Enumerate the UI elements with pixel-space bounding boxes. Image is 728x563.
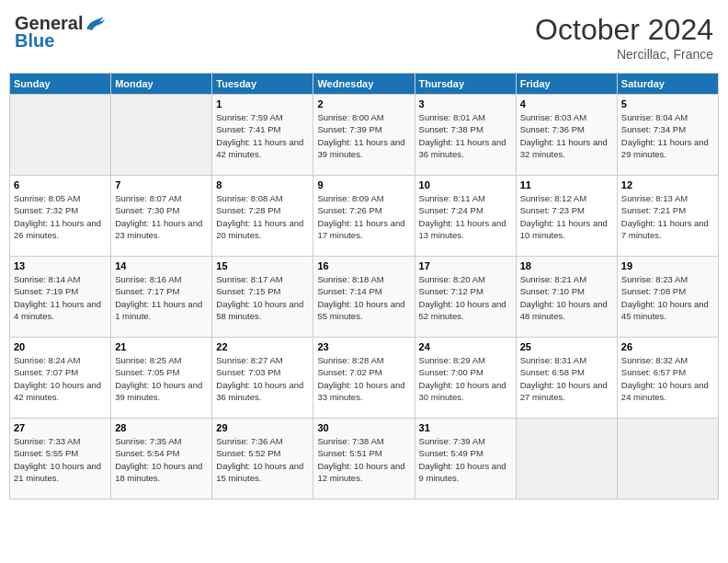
logo: General Blue <box>15 13 107 52</box>
calendar-cell: 10Sunrise: 8:11 AM Sunset: 7:24 PM Dayli… <box>415 176 516 257</box>
day-info: Sunrise: 8:11 AM Sunset: 7:24 PM Dayligh… <box>419 192 512 241</box>
location-subtitle: Nercillac, France <box>535 47 713 62</box>
day-number: 2 <box>317 98 410 109</box>
calendar-cell: 16Sunrise: 8:18 AM Sunset: 7:14 PM Dayli… <box>313 257 415 338</box>
day-number: 15 <box>216 260 309 271</box>
day-number: 31 <box>419 422 512 433</box>
day-number: 16 <box>317 260 410 271</box>
calendar-cell: 8Sunrise: 8:08 AM Sunset: 7:28 PM Daylig… <box>212 176 313 257</box>
weekday-header-row: SundayMondayTuesdayWednesdayThursdayFrid… <box>10 74 719 95</box>
weekday-header-wednesday: Wednesday <box>313 74 415 95</box>
day-number: 13 <box>14 260 107 271</box>
day-number: 20 <box>14 341 107 352</box>
day-number: 17 <box>419 260 512 271</box>
day-info: Sunrise: 8:12 AM Sunset: 7:23 PM Dayligh… <box>520 192 613 241</box>
page-header: General Blue October 2024 Nercillac, Fra… <box>9 9 719 65</box>
calendar-week-3: 13Sunrise: 8:14 AM Sunset: 7:19 PM Dayli… <box>10 257 719 338</box>
day-number: 23 <box>317 341 410 352</box>
calendar-cell: 19Sunrise: 8:23 AM Sunset: 7:08 PM Dayli… <box>617 257 718 338</box>
calendar-cell: 12Sunrise: 8:13 AM Sunset: 7:21 PM Dayli… <box>617 176 718 257</box>
day-number: 4 <box>520 98 613 109</box>
weekday-header-thursday: Thursday <box>415 74 516 95</box>
day-info: Sunrise: 8:16 AM Sunset: 7:17 PM Dayligh… <box>115 273 208 322</box>
day-info: Sunrise: 8:28 AM Sunset: 7:02 PM Dayligh… <box>317 354 410 403</box>
day-number: 1 <box>216 98 309 109</box>
calendar-week-5: 27Sunrise: 7:33 AM Sunset: 5:55 PM Dayli… <box>10 419 719 500</box>
calendar-cell: 26Sunrise: 8:32 AM Sunset: 6:57 PM Dayli… <box>617 338 718 419</box>
calendar-cell: 9Sunrise: 8:09 AM Sunset: 7:26 PM Daylig… <box>313 176 415 257</box>
day-info: Sunrise: 8:08 AM Sunset: 7:28 PM Dayligh… <box>216 192 309 241</box>
calendar-cell: 21Sunrise: 8:25 AM Sunset: 7:05 PM Dayli… <box>111 338 212 419</box>
calendar-cell: 23Sunrise: 8:28 AM Sunset: 7:02 PM Dayli… <box>313 338 415 419</box>
calendar-cell: 14Sunrise: 8:16 AM Sunset: 7:17 PM Dayli… <box>111 257 212 338</box>
calendar-cell: 20Sunrise: 8:24 AM Sunset: 7:07 PM Dayli… <box>10 338 111 419</box>
day-number: 5 <box>621 98 714 109</box>
day-info: Sunrise: 8:07 AM Sunset: 7:30 PM Dayligh… <box>115 192 208 241</box>
day-number: 22 <box>216 341 309 352</box>
calendar-cell: 28Sunrise: 7:35 AM Sunset: 5:54 PM Dayli… <box>111 419 212 500</box>
day-number: 11 <box>520 179 613 190</box>
calendar-cell: 13Sunrise: 8:14 AM Sunset: 7:19 PM Dayli… <box>10 257 111 338</box>
day-info: Sunrise: 8:00 AM Sunset: 7:39 PM Dayligh… <box>317 111 410 160</box>
day-info: Sunrise: 8:14 AM Sunset: 7:19 PM Dayligh… <box>14 273 107 322</box>
day-number: 18 <box>520 260 613 271</box>
day-number: 6 <box>14 179 107 190</box>
calendar-cell: 11Sunrise: 8:12 AM Sunset: 7:23 PM Dayli… <box>516 176 617 257</box>
calendar-cell: 5Sunrise: 8:04 AM Sunset: 7:34 PM Daylig… <box>617 95 718 176</box>
day-info: Sunrise: 8:20 AM Sunset: 7:12 PM Dayligh… <box>419 273 512 322</box>
day-number: 24 <box>419 341 512 352</box>
day-info: Sunrise: 7:36 AM Sunset: 5:52 PM Dayligh… <box>216 435 309 484</box>
calendar-cell <box>111 95 212 176</box>
day-info: Sunrise: 8:01 AM Sunset: 7:38 PM Dayligh… <box>419 111 512 160</box>
day-number: 27 <box>14 422 107 433</box>
weekday-header-sunday: Sunday <box>10 74 111 95</box>
day-info: Sunrise: 8:29 AM Sunset: 7:00 PM Dayligh… <box>419 354 512 403</box>
day-info: Sunrise: 8:25 AM Sunset: 7:05 PM Dayligh… <box>115 354 208 403</box>
calendar-cell: 15Sunrise: 8:17 AM Sunset: 7:15 PM Dayli… <box>212 257 313 338</box>
weekday-header-monday: Monday <box>111 74 212 95</box>
day-number: 21 <box>115 341 208 352</box>
calendar-cell: 7Sunrise: 8:07 AM Sunset: 7:30 PM Daylig… <box>111 176 212 257</box>
calendar-cell: 25Sunrise: 8:31 AM Sunset: 6:58 PM Dayli… <box>516 338 617 419</box>
day-info: Sunrise: 8:21 AM Sunset: 7:10 PM Dayligh… <box>520 273 613 322</box>
day-info: Sunrise: 8:31 AM Sunset: 6:58 PM Dayligh… <box>520 354 613 403</box>
calendar-cell: 4Sunrise: 8:03 AM Sunset: 7:36 PM Daylig… <box>516 95 617 176</box>
calendar-cell: 2Sunrise: 8:00 AM Sunset: 7:39 PM Daylig… <box>313 95 415 176</box>
calendar-cell: 18Sunrise: 8:21 AM Sunset: 7:10 PM Dayli… <box>516 257 617 338</box>
day-number: 9 <box>317 179 410 190</box>
day-number: 19 <box>621 260 714 271</box>
day-number: 26 <box>621 341 714 352</box>
day-info: Sunrise: 8:13 AM Sunset: 7:21 PM Dayligh… <box>621 192 714 241</box>
weekday-header-friday: Friday <box>516 74 617 95</box>
day-info: Sunrise: 7:35 AM Sunset: 5:54 PM Dayligh… <box>115 435 208 484</box>
day-info: Sunrise: 7:33 AM Sunset: 5:55 PM Dayligh… <box>14 435 107 484</box>
day-info: Sunrise: 8:24 AM Sunset: 7:07 PM Dayligh… <box>14 354 107 403</box>
calendar-cell <box>617 419 718 500</box>
day-number: 14 <box>115 260 208 271</box>
day-info: Sunrise: 8:09 AM Sunset: 7:26 PM Dayligh… <box>317 192 410 241</box>
title-area: October 2024 Nercillac, France <box>535 13 713 62</box>
calendar-cell: 17Sunrise: 8:20 AM Sunset: 7:12 PM Dayli… <box>415 257 516 338</box>
day-number: 29 <box>216 422 309 433</box>
calendar-cell: 3Sunrise: 8:01 AM Sunset: 7:38 PM Daylig… <box>415 95 516 176</box>
day-number: 3 <box>419 98 512 109</box>
month-title: October 2024 <box>535 13 713 47</box>
calendar-cell <box>516 419 617 500</box>
day-number: 30 <box>317 422 410 433</box>
day-number: 10 <box>419 179 512 190</box>
weekday-header-tuesday: Tuesday <box>212 74 313 95</box>
calendar-cell: 31Sunrise: 7:39 AM Sunset: 5:49 PM Dayli… <box>415 419 516 500</box>
day-info: Sunrise: 8:04 AM Sunset: 7:34 PM Dayligh… <box>621 111 714 160</box>
day-number: 12 <box>621 179 714 190</box>
calendar-table: SundayMondayTuesdayWednesdayThursdayFrid… <box>9 73 719 500</box>
day-number: 28 <box>115 422 208 433</box>
day-info: Sunrise: 7:59 AM Sunset: 7:41 PM Dayligh… <box>216 111 309 160</box>
calendar-cell: 29Sunrise: 7:36 AM Sunset: 5:52 PM Dayli… <box>212 419 313 500</box>
calendar-cell <box>10 95 111 176</box>
logo-blue: Blue <box>15 30 54 52</box>
calendar-body: 1Sunrise: 7:59 AM Sunset: 7:41 PM Daylig… <box>10 95 719 500</box>
calendar-week-2: 6Sunrise: 8:05 AM Sunset: 7:32 PM Daylig… <box>10 176 719 257</box>
calendar-cell: 22Sunrise: 8:27 AM Sunset: 7:03 PM Dayli… <box>212 338 313 419</box>
day-info: Sunrise: 8:32 AM Sunset: 6:57 PM Dayligh… <box>621 354 714 403</box>
day-info: Sunrise: 8:05 AM Sunset: 7:32 PM Dayligh… <box>14 192 107 241</box>
